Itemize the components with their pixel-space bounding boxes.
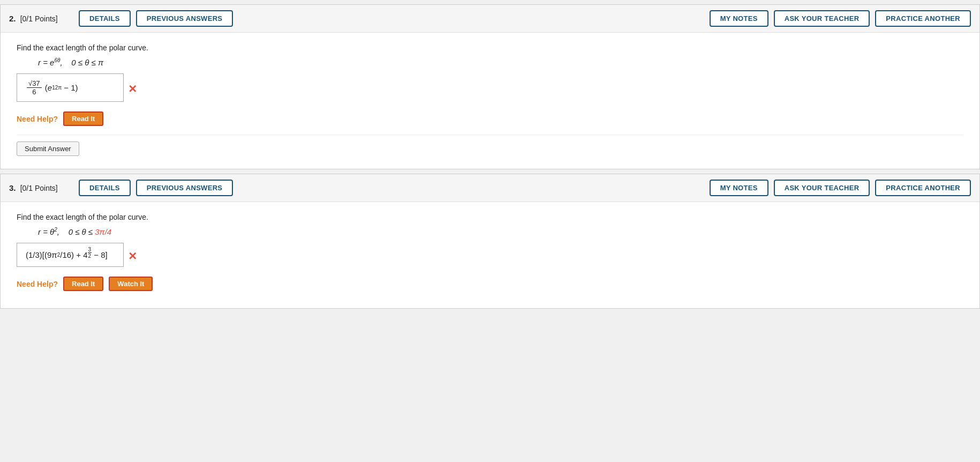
- ask-teacher-button-q3[interactable]: ASK YOUR TEACHER: [774, 180, 870, 196]
- need-help-label-q3: Need Help?: [17, 280, 58, 288]
- submit-answer-button-q2[interactable]: Submit Answer: [17, 141, 79, 156]
- previous-answers-button-q3[interactable]: PREVIOUS ANSWERS: [136, 180, 233, 196]
- question-2-body: Find the exact length of the polar curve…: [1, 33, 979, 169]
- my-notes-button-q2[interactable]: MY NOTES: [710, 10, 768, 27]
- watch-it-button-q3[interactable]: Watch It: [109, 277, 153, 291]
- wrong-mark-q3: ✕: [128, 250, 137, 263]
- question-3-header: 3. [0/1 Points] DETAILS PREVIOUS ANSWERS…: [1, 174, 979, 202]
- question-3-text: Find the exact length of the polar curve…: [17, 213, 963, 221]
- question-2-answer-row: √37 6 ( e12π − 1 ) ✕: [17, 73, 963, 104]
- need-help-row-q2: Need Help? Read It: [17, 111, 963, 126]
- question-3-answer-box: (1/3)[(9π2/16) + 4 3 2 − 8]: [17, 243, 124, 267]
- submit-row-q2: Submit Answer: [17, 135, 963, 156]
- question-3-body: Find the exact length of the polar curve…: [1, 202, 979, 308]
- question-2-answer-box: √37 6 ( e12π − 1 ): [17, 73, 124, 102]
- need-help-label-q2: Need Help?: [17, 115, 58, 123]
- previous-answers-button-q2[interactable]: PREVIOUS ANSWERS: [136, 10, 233, 27]
- question-3-number: 3. [0/1 Points]: [9, 183, 73, 192]
- question-2-number: 2. [0/1 Points]: [9, 14, 73, 23]
- practice-another-button-q3[interactable]: PRACTICE ANOTHER: [875, 180, 971, 196]
- need-help-row-q3: Need Help? Read It Watch It: [17, 277, 963, 291]
- question-3: 3. [0/1 Points] DETAILS PREVIOUS ANSWERS…: [0, 174, 980, 309]
- practice-another-button-q2[interactable]: PRACTICE ANOTHER: [875, 10, 971, 27]
- question-2: 2. [0/1 Points] DETAILS PREVIOUS ANSWERS…: [0, 4, 980, 169]
- question-2-header: 2. [0/1 Points] DETAILS PREVIOUS ANSWERS…: [1, 5, 979, 33]
- wrong-mark-q2: ✕: [128, 83, 137, 95]
- question-2-text: Find the exact length of the polar curve…: [17, 43, 963, 52]
- read-it-button-q2[interactable]: Read It: [63, 111, 103, 126]
- my-notes-button-q3[interactable]: MY NOTES: [710, 180, 768, 196]
- ask-teacher-button-q2[interactable]: ASK YOUR TEACHER: [774, 10, 870, 27]
- question-3-answer-row: (1/3)[(9π2/16) + 4 3 2 − 8] ✕: [17, 243, 963, 269]
- details-button-q3[interactable]: DETAILS: [79, 180, 131, 196]
- details-button-q2[interactable]: DETAILS: [79, 10, 131, 27]
- read-it-button-q3[interactable]: Read It: [63, 277, 103, 291]
- question-3-equation: r = θ2, 0 ≤ θ ≤ 3π/4: [38, 227, 963, 236]
- question-2-equation: r = e6θ, 0 ≤ θ ≤ π: [38, 57, 963, 67]
